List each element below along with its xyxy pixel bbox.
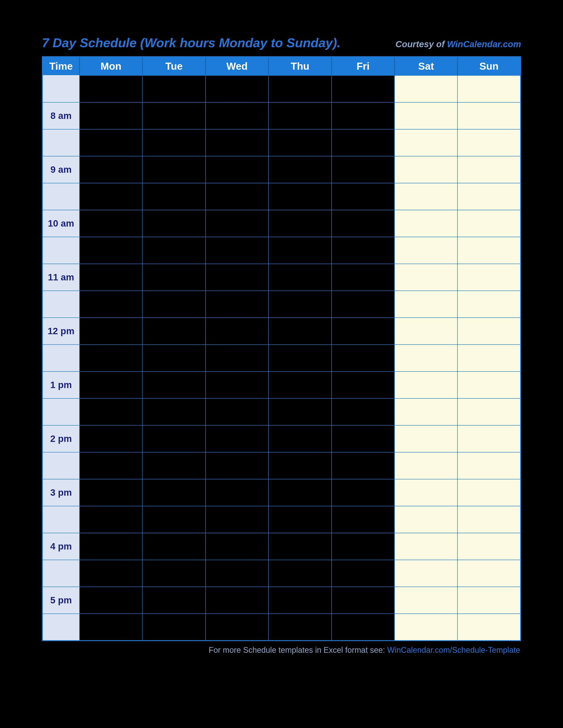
schedule-cell[interactable] (205, 587, 268, 614)
schedule-cell[interactable] (205, 156, 268, 183)
schedule-cell[interactable] (205, 479, 268, 506)
schedule-cell[interactable] (332, 318, 395, 345)
schedule-cell[interactable] (395, 318, 458, 345)
schedule-cell[interactable] (332, 533, 395, 560)
schedule-cell[interactable] (205, 318, 268, 345)
schedule-cell[interactable] (79, 398, 142, 425)
schedule-cell[interactable] (142, 156, 205, 183)
schedule-cell[interactable] (332, 452, 395, 479)
schedule-cell[interactable] (205, 560, 268, 587)
courtesy-link[interactable]: WinCalendar.com (447, 39, 521, 49)
schedule-cell[interactable] (79, 156, 142, 183)
schedule-cell[interactable] (79, 614, 142, 641)
schedule-cell[interactable] (142, 264, 205, 291)
schedule-cell[interactable] (395, 102, 458, 129)
schedule-cell[interactable] (332, 345, 395, 372)
schedule-cell[interactable] (332, 75, 395, 102)
schedule-cell[interactable] (268, 264, 332, 291)
schedule-cell[interactable] (458, 425, 521, 452)
schedule-cell[interactable] (268, 506, 332, 533)
schedule-cell[interactable] (79, 372, 142, 398)
schedule-cell[interactable] (268, 210, 332, 237)
schedule-cell[interactable] (142, 345, 205, 372)
schedule-cell[interactable] (395, 210, 458, 237)
schedule-cell[interactable] (142, 533, 205, 560)
schedule-cell[interactable] (458, 264, 521, 291)
schedule-cell[interactable] (395, 345, 458, 372)
schedule-cell[interactable] (458, 237, 521, 264)
schedule-cell[interactable] (268, 587, 332, 614)
schedule-cell[interactable] (332, 506, 395, 533)
schedule-cell[interactable] (395, 129, 458, 156)
schedule-cell[interactable] (395, 506, 458, 533)
schedule-cell[interactable] (268, 183, 332, 210)
schedule-cell[interactable] (458, 183, 521, 210)
schedule-cell[interactable] (395, 587, 458, 614)
schedule-cell[interactable] (142, 129, 205, 156)
schedule-cell[interactable] (142, 372, 205, 398)
schedule-cell[interactable] (79, 560, 142, 587)
schedule-cell[interactable] (142, 587, 205, 614)
schedule-cell[interactable] (458, 587, 521, 614)
schedule-cell[interactable] (458, 452, 521, 479)
schedule-cell[interactable] (79, 533, 142, 560)
schedule-cell[interactable] (268, 156, 332, 183)
schedule-cell[interactable] (395, 264, 458, 291)
schedule-cell[interactable] (142, 398, 205, 425)
schedule-cell[interactable] (458, 372, 521, 398)
schedule-cell[interactable] (79, 129, 142, 156)
schedule-cell[interactable] (395, 237, 458, 264)
schedule-cell[interactable] (332, 479, 395, 506)
schedule-cell[interactable] (268, 102, 332, 129)
schedule-cell[interactable] (268, 614, 332, 641)
schedule-cell[interactable] (395, 291, 458, 318)
schedule-cell[interactable] (458, 614, 521, 641)
schedule-cell[interactable] (142, 560, 205, 587)
schedule-cell[interactable] (268, 479, 332, 506)
footer-link[interactable]: WinCalendar.com/Schedule-Template (387, 645, 520, 655)
schedule-cell[interactable] (458, 156, 521, 183)
schedule-cell[interactable] (332, 291, 395, 318)
schedule-cell[interactable] (268, 452, 332, 479)
schedule-cell[interactable] (268, 129, 332, 156)
schedule-cell[interactable] (332, 425, 395, 452)
schedule-cell[interactable] (395, 533, 458, 560)
schedule-cell[interactable] (332, 237, 395, 264)
schedule-cell[interactable] (205, 237, 268, 264)
schedule-cell[interactable] (332, 560, 395, 587)
schedule-cell[interactable] (458, 291, 521, 318)
schedule-cell[interactable] (268, 560, 332, 587)
schedule-cell[interactable] (332, 264, 395, 291)
schedule-cell[interactable] (79, 264, 142, 291)
schedule-cell[interactable] (458, 102, 521, 129)
schedule-cell[interactable] (79, 479, 142, 506)
schedule-cell[interactable] (458, 345, 521, 372)
schedule-cell[interactable] (268, 318, 332, 345)
schedule-cell[interactable] (142, 291, 205, 318)
schedule-cell[interactable] (79, 210, 142, 237)
schedule-cell[interactable] (268, 75, 332, 102)
schedule-cell[interactable] (142, 614, 205, 641)
schedule-cell[interactable] (332, 183, 395, 210)
schedule-cell[interactable] (458, 75, 521, 102)
schedule-cell[interactable] (268, 291, 332, 318)
schedule-cell[interactable] (142, 75, 205, 102)
schedule-cell[interactable] (268, 372, 332, 398)
schedule-cell[interactable] (79, 183, 142, 210)
schedule-cell[interactable] (268, 398, 332, 425)
schedule-cell[interactable] (332, 614, 395, 641)
schedule-cell[interactable] (395, 156, 458, 183)
schedule-cell[interactable] (458, 318, 521, 345)
schedule-cell[interactable] (458, 210, 521, 237)
schedule-cell[interactable] (79, 452, 142, 479)
schedule-cell[interactable] (458, 479, 521, 506)
schedule-cell[interactable] (205, 533, 268, 560)
schedule-cell[interactable] (205, 614, 268, 641)
schedule-cell[interactable] (142, 452, 205, 479)
schedule-cell[interactable] (332, 587, 395, 614)
schedule-cell[interactable] (142, 237, 205, 264)
schedule-cell[interactable] (205, 210, 268, 237)
schedule-cell[interactable] (205, 183, 268, 210)
schedule-cell[interactable] (458, 533, 521, 560)
schedule-cell[interactable] (268, 345, 332, 372)
